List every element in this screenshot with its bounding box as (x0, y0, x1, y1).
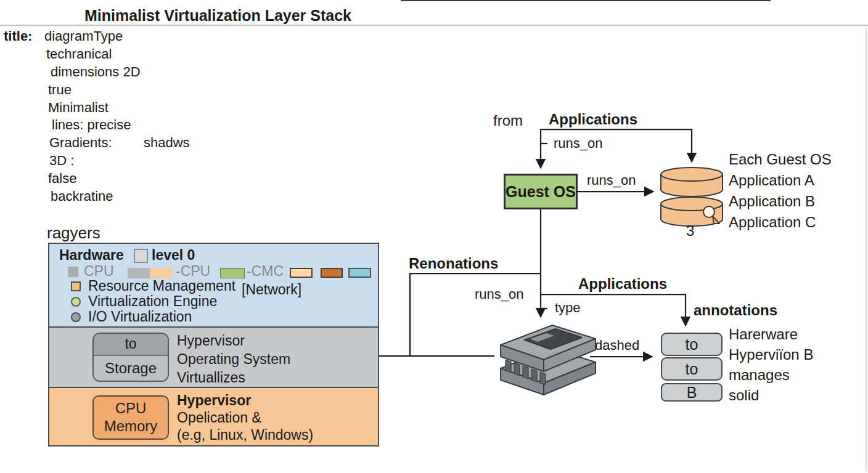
annotation-box: to (661, 333, 723, 356)
renonations-label: Renonations (409, 255, 498, 273)
guest-app-label: Application B (729, 193, 815, 211)
guest-app-label: Each Guest OS (729, 151, 832, 169)
annotations-label: annotations (694, 302, 777, 320)
annotation-box: to (661, 357, 723, 381)
hypervisor-chip-icon (501, 325, 596, 395)
dashed-label: dashed (595, 338, 639, 354)
from-label: from (493, 112, 523, 130)
runs-on-top-label: runs_on (554, 135, 603, 152)
guest-app-label: Application A (729, 172, 814, 190)
diagram-canvas: Minimalist Virtualization Layer Stack ti… (0, 0, 868, 473)
annotation-label: Hyperviïon B (729, 346, 813, 364)
runs-on-mid-label: runs_on (475, 286, 524, 302)
type-label: type (555, 300, 581, 316)
guest-os-node: Guest OS (504, 174, 578, 209)
annotation-label: solid (729, 387, 759, 405)
guest-app-label: Application C (729, 214, 816, 232)
applications-top-label: Applications (549, 111, 637, 129)
annotation-label: Harerware (729, 326, 798, 344)
annotation-box: B (661, 383, 723, 402)
cylinder-count-label: 3 (686, 222, 694, 240)
runs-on-right-label: runs_on (587, 172, 636, 188)
annotation-label: manages (729, 366, 790, 384)
applications-mid-label: Applications (578, 275, 667, 293)
